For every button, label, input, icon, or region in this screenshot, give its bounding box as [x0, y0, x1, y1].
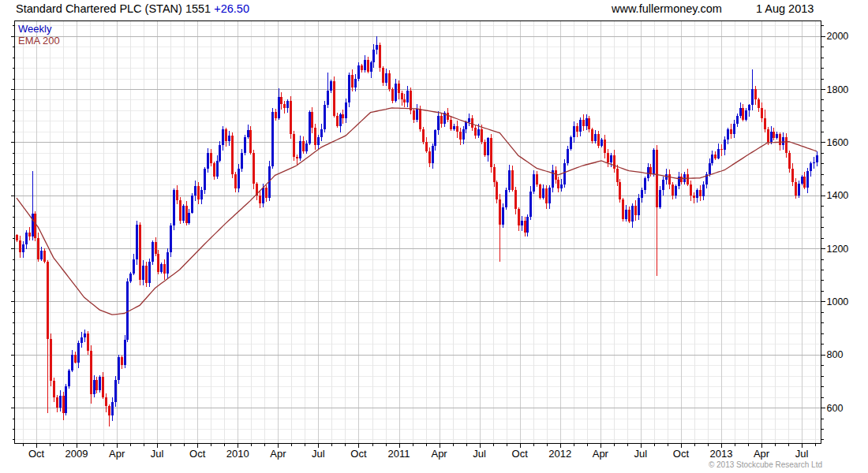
candle-body-down: [758, 99, 760, 107]
candle-body-down: [619, 182, 621, 199]
candle-body-down: [333, 81, 335, 116]
candle-body-up: [142, 266, 144, 281]
x-axis-label: 2009: [65, 448, 88, 460]
candle-body-up: [22, 244, 24, 252]
candle-body-up: [748, 105, 750, 110]
candle-body-up: [508, 170, 511, 190]
candle-body-up: [434, 130, 436, 146]
x-axis-label: Jul: [473, 448, 486, 460]
candle-body-down: [28, 233, 31, 236]
candle-body-down: [730, 129, 732, 135]
candle-body-down: [668, 174, 671, 184]
candle-body-down: [622, 199, 624, 219]
candle-body-down: [302, 141, 305, 151]
candle-body-up: [521, 221, 523, 226]
candle-body-down: [672, 184, 674, 195]
candle-body-up: [573, 126, 575, 136]
candle-body-down: [108, 406, 110, 415]
candle-body-up: [733, 124, 735, 134]
candle-body-down: [524, 221, 526, 233]
candle-body-down: [557, 180, 559, 189]
candle-body-up: [702, 184, 705, 196]
candle-body-down: [87, 333, 89, 351]
candle-body-down: [403, 99, 406, 102]
candle-body-down: [761, 108, 763, 118]
candle-body-up: [65, 386, 67, 413]
x-axis-label: Oct: [350, 448, 367, 460]
candle-body-up: [40, 251, 43, 259]
candle-body-down: [43, 251, 46, 261]
candle-body-down: [16, 235, 18, 240]
x-axis-labels: Oct2009AprJulOct2010AprJulOct2011AprJulO…: [28, 448, 809, 460]
candle-body-up: [437, 116, 440, 131]
candle-body-up: [133, 259, 135, 274]
candle-body-down: [764, 118, 766, 128]
candle-body-down: [742, 108, 744, 120]
candle-body-up: [354, 79, 357, 88]
candle-body-down: [471, 118, 473, 128]
candle-body-down: [102, 377, 104, 397]
copyright-notice: © 2013 Stockcube Research Ltd: [709, 460, 822, 469]
candle-body-up: [816, 155, 818, 162]
candle-body-up: [93, 380, 95, 395]
candle-body-up: [801, 177, 803, 183]
legend-series-label: Weekly: [18, 23, 60, 35]
candle-body-down: [656, 150, 658, 207]
candle-body-down: [388, 73, 391, 89]
candle-body-down: [699, 190, 702, 196]
x-axis-label: Apr: [431, 448, 447, 460]
candle-body-up: [548, 188, 551, 203]
candle-body-down: [425, 142, 428, 151]
candle-body-up: [770, 132, 773, 142]
candle-body-up: [782, 137, 784, 145]
y-axis-labels: 600800100012001400160018002000: [827, 31, 849, 413]
candle-body-up: [638, 198, 640, 215]
candle-body-up: [182, 206, 185, 221]
candle-body-down: [496, 182, 498, 199]
candle-body-down: [296, 157, 298, 158]
candle-body-down: [474, 128, 477, 136]
candle-body-down: [139, 225, 141, 281]
candle-body-up: [776, 134, 778, 138]
candle-body-up: [477, 129, 480, 136]
candle-body-up: [80, 337, 83, 343]
x-axis-label: Jul: [634, 448, 648, 460]
ema-line: [17, 108, 817, 315]
candle-body-up: [570, 137, 572, 149]
candle-body-down: [56, 397, 58, 408]
candle-body-up: [238, 169, 240, 188]
price-chart: 600800100012001400160018002000Oct2009Apr…: [0, 0, 868, 473]
candle-body-up: [810, 163, 812, 171]
candle-body-down: [714, 155, 716, 158]
legend-ema-label: EMA 200: [18, 35, 60, 47]
candle-body-down: [767, 129, 769, 143]
candle-body-up: [327, 91, 329, 106]
candle-body-up: [299, 141, 301, 158]
candle-body-up: [129, 274, 132, 281]
candle-body-down: [803, 177, 806, 187]
candle-body-down: [795, 182, 797, 196]
candle-body-down: [576, 126, 578, 132]
candle-body-up: [148, 262, 151, 283]
candle-body-up: [118, 357, 120, 380]
candle-body-down: [34, 214, 36, 237]
candle-body-up: [324, 105, 326, 128]
candle-body-down: [511, 170, 514, 190]
candle-body-down: [440, 116, 443, 124]
candle-body-up: [262, 188, 264, 203]
candle-body-up: [376, 45, 378, 49]
candle-body-down: [613, 155, 615, 169]
candle-body-down: [105, 397, 107, 407]
candle-body-up: [675, 186, 677, 196]
candle-body-down: [157, 254, 159, 273]
candle-body-up: [194, 186, 196, 196]
candle-body-up: [136, 225, 138, 259]
candle-body-up: [124, 340, 126, 365]
candle-body-up: [188, 213, 190, 223]
candle-body-down: [779, 134, 781, 144]
candle-body-down: [419, 109, 421, 128]
candle-body-down: [428, 151, 431, 163]
candle-body-up: [465, 122, 467, 128]
candle-body-down: [47, 262, 49, 339]
candle-body-down: [225, 129, 227, 141]
